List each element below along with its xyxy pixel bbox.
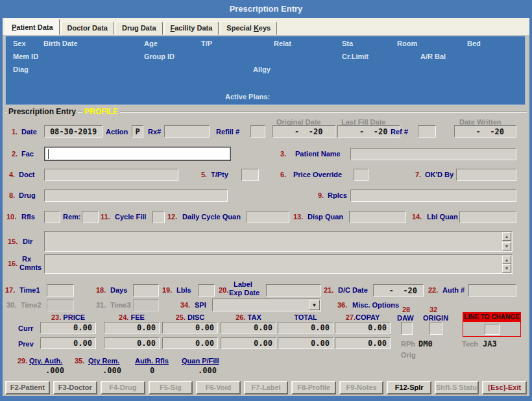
field-num-tpty: 5.	[201, 171, 207, 178]
auth-number-input[interactable]	[468, 284, 516, 297]
rem-input[interactable]	[82, 211, 99, 223]
daily-cycle-quan-input[interactable]	[247, 211, 289, 223]
rfls-input[interactable]	[44, 211, 60, 223]
f4-drug-button[interactable]: F4-Drug	[101, 381, 145, 395]
dir-textarea[interactable]: ▲ ▼	[44, 231, 513, 252]
label-sex: Sex	[13, 40, 26, 47]
tab-doctor-data[interactable]: Doctor Data	[61, 21, 114, 35]
ref-number-input[interactable]	[418, 125, 436, 138]
days-input[interactable]	[133, 284, 159, 297]
label-relat: Relat	[274, 40, 291, 47]
field-num-disp-quan: 13.	[293, 213, 303, 221]
date-input[interactable]: 08-30-2019	[44, 125, 103, 138]
field-label-action: Action	[106, 128, 128, 136]
price-curr-cell[interactable]: 0.00	[335, 322, 391, 334]
price-curr-cell[interactable]: 0.00	[40, 322, 96, 334]
f6-void-button[interactable]: F6-Void	[196, 381, 241, 395]
field-num-price-override: 6.	[280, 171, 286, 178]
drug-input[interactable]	[44, 189, 228, 202]
spi-dropdown[interactable]: ▼	[212, 298, 321, 311]
time1-input[interactable]	[47, 284, 74, 297]
refill-input[interactable]	[250, 125, 265, 138]
field-num-time1: 17.	[5, 286, 15, 294]
field-label-time3: Time3	[110, 301, 131, 309]
price-curr-cell[interactable]: 0.00	[104, 322, 160, 334]
scroll-down-icon[interactable]: ▼	[502, 264, 511, 273]
scroll-up-icon[interactable]: ▲	[502, 256, 511, 264]
lbl-quan-input[interactable]	[459, 211, 516, 223]
f12-splr-button[interactable]: F12-Splr	[387, 381, 431, 395]
label-diag: Diag	[13, 66, 29, 73]
disp-quan-input[interactable]	[349, 211, 406, 223]
label-exp-date-input[interactable]	[266, 284, 321, 297]
field-num-daw: 28	[402, 306, 410, 313]
dc-date-input[interactable]: - -20	[373, 284, 424, 297]
fac-input[interactable]	[44, 147, 231, 161]
f7-label-button[interactable]: F7-Label	[244, 381, 289, 395]
dropdown-arrow-icon[interactable]: ▼	[309, 300, 320, 310]
qty-rem-value: .000	[103, 366, 121, 375]
price-value: 0.00	[221, 323, 276, 332]
scroll-up-icon[interactable]: ▲	[502, 232, 511, 241]
label-age: Age	[144, 40, 158, 47]
price-prev-cell: 0.00	[335, 337, 391, 349]
label-group-id: Group ID	[144, 53, 175, 60]
col-label: DISC	[187, 313, 204, 321]
tab-label: K	[254, 24, 259, 32]
f5-sig-button[interactable]: F5-Sig	[149, 381, 193, 395]
price-curr-cell[interactable]: 0.00	[162, 322, 218, 334]
shft-s-status-button[interactable]: Shft-S Status	[435, 381, 479, 395]
action-input[interactable]: P	[132, 125, 143, 138]
field-label-lbl-quan: Lbl Quan	[427, 213, 458, 221]
field-label-drug: Drug	[19, 191, 36, 199]
price-value: 0.00	[104, 323, 159, 332]
f3-doctor-button[interactable]: F3-Doctor	[53, 381, 98, 395]
rx-number-input[interactable]	[164, 125, 210, 138]
esc-exit-button[interactable]: [Esc]-Exit	[482, 381, 527, 395]
rplcs-input[interactable]	[350, 189, 516, 202]
price-grid-header: TOTAL	[278, 313, 333, 321]
tab-facility-data[interactable]: Facility Data	[164, 21, 219, 35]
price-override-input[interactable]	[354, 169, 369, 181]
price-value: 0.00	[278, 323, 333, 332]
rx-cmnts-scrollbar[interactable]: ▲ ▼	[502, 256, 511, 273]
tab-patient-data[interactable]: Patient Data	[5, 19, 60, 35]
qty-auth-value: .000	[45, 366, 64, 375]
prescription-entry-window: Prescription Entry Patient Data Doctor D…	[0, 0, 532, 401]
dir-scrollbar[interactable]: ▲ ▼	[502, 232, 511, 250]
scroll-down-icon[interactable]: ▼	[502, 242, 511, 250]
lbls-input[interactable]	[198, 284, 215, 297]
price-value: 0.00	[221, 339, 276, 348]
field-num-doct: 4.	[9, 171, 15, 178]
price-value: 0.00	[278, 339, 333, 348]
okd-by-input[interactable]	[456, 169, 516, 181]
row-label-curr: Curr	[18, 324, 33, 332]
label-sta: Sta	[342, 40, 353, 47]
col-label: PRICE	[63, 313, 85, 321]
field-num-qty-auth: 29.	[18, 357, 27, 365]
f8-profile-button[interactable]: F8-Profile	[291, 381, 336, 395]
tpty-input[interactable]	[241, 169, 259, 181]
field-num-label-exp-date: 20.	[219, 286, 228, 294]
tab-special-keys[interactable]: Special Keys	[220, 21, 277, 35]
f2-patient-button[interactable]: F2-Patient	[5, 381, 50, 395]
field-label-daw: DAW	[397, 314, 414, 322]
f9-notes-button[interactable]: F9-Notes	[339, 381, 384, 395]
tab-drug-data[interactable]: Drug Data	[115, 21, 163, 35]
price-value: 0.00	[163, 339, 217, 348]
doct-input[interactable]	[44, 169, 178, 181]
origin-input[interactable]	[429, 322, 442, 335]
label-tp: T/P	[201, 40, 212, 47]
rx-cmnts-textarea[interactable]: ▲ ▼	[44, 254, 513, 274]
section-title: Prescription Entry	[6, 107, 78, 116]
line-to-change-input[interactable]	[485, 324, 500, 335]
patient-name-input[interactable]	[350, 148, 516, 160]
field-num-patient-name: 3.	[280, 150, 286, 158]
price-curr-cell[interactable]: 0.00	[221, 322, 276, 334]
price-value: 0.00	[41, 323, 95, 332]
field-label-patient-name: Patient Name	[295, 150, 341, 158]
cycle-fill-input[interactable]	[152, 211, 165, 223]
field-num-lbls: 19.	[162, 286, 172, 294]
daw-input[interactable]	[401, 322, 413, 335]
field-num-rfls: 10.	[6, 213, 16, 221]
